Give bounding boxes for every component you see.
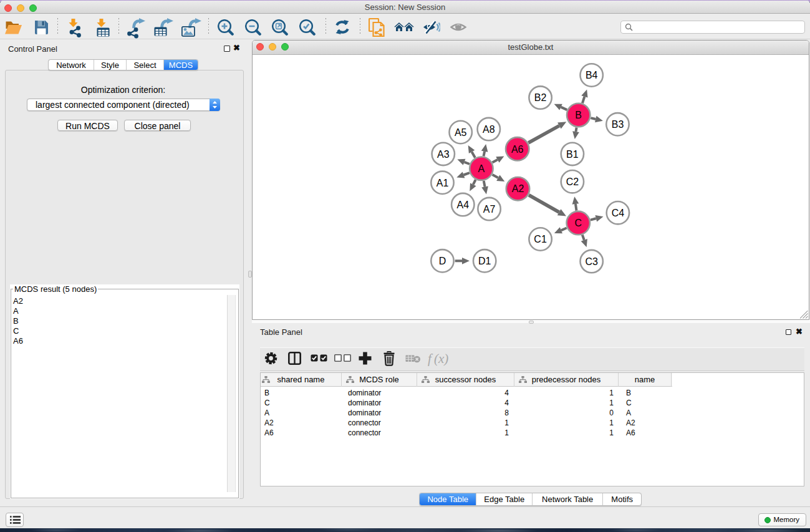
svg-text:C3: C3 — [585, 256, 598, 266]
svg-text:A7: A7 — [483, 203, 496, 214]
svg-text:B3: B3 — [612, 119, 624, 130]
svg-text:B4: B4 — [586, 70, 598, 80]
svg-text:C1: C1 — [534, 234, 547, 244]
svg-text:A3: A3 — [437, 148, 450, 159]
svg-text:C2: C2 — [566, 176, 579, 186]
svg-text:B2: B2 — [534, 92, 547, 103]
svg-text:A: A — [478, 163, 485, 173]
svg-text:A6: A6 — [511, 143, 524, 154]
svg-text:B: B — [575, 110, 582, 120]
svg-text:D1: D1 — [478, 256, 491, 266]
svg-text:C4: C4 — [612, 207, 625, 218]
svg-text:A1: A1 — [436, 177, 449, 188]
svg-text:A8: A8 — [483, 123, 495, 134]
svg-text:D: D — [439, 256, 446, 266]
svg-text:A5: A5 — [455, 127, 467, 137]
svg-text:B1: B1 — [566, 148, 579, 159]
svg-text:A2: A2 — [512, 183, 524, 194]
svg-text:A4: A4 — [457, 199, 470, 210]
svg-text:C: C — [575, 218, 582, 228]
